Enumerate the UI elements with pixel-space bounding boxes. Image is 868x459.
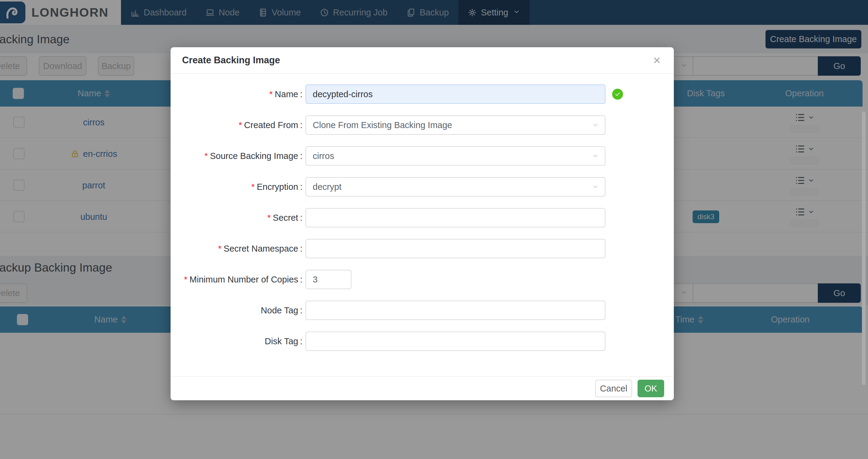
close-icon[interactable]: ✕	[648, 47, 666, 74]
form-row-name: *Name:	[170, 79, 674, 110]
form-row-minimum-number-of-copies: *Minimum Number of Copies:	[170, 264, 674, 295]
field-control	[306, 208, 606, 227]
field-label: *Secret:	[170, 213, 303, 223]
source-backing-image-select[interactable]: cirros	[306, 146, 606, 166]
field-control	[306, 84, 606, 104]
field-label: Node Tag:	[170, 306, 303, 315]
required-mark: *	[239, 120, 242, 130]
form-row-created-from: *Created From:Clone From Existing Backin…	[170, 110, 674, 141]
node-tag-input[interactable]	[306, 300, 606, 320]
chevron-down-icon	[592, 152, 599, 159]
field-label: *Minimum Number of Copies:	[170, 275, 303, 285]
disk-tag-input[interactable]	[306, 332, 606, 351]
required-mark: *	[184, 275, 187, 284]
form-row-node-tag: Node Tag:	[170, 295, 674, 326]
modal-header: Create Backing Image ✕	[170, 47, 674, 74]
field-control: cirros	[306, 146, 606, 166]
field-control: Clone From Existing Backing Image	[306, 115, 606, 135]
required-mark: *	[251, 182, 255, 192]
field-control	[306, 239, 606, 258]
name-input[interactable]	[306, 84, 606, 104]
required-mark: *	[269, 89, 273, 99]
encryption-select[interactable]: decrypt	[306, 177, 606, 197]
valid-check-icon	[612, 89, 623, 99]
required-mark: *	[218, 244, 221, 253]
create-backing-image-modal: Create Backing Image ✕ *Name:*Created Fr…	[170, 47, 674, 400]
field-control	[306, 270, 606, 289]
minimum-number-of-copies-input[interactable]	[306, 270, 351, 289]
modal-footer: Cancel OK	[170, 376, 674, 400]
modal-body: *Name:*Created From:Clone From Existing …	[170, 74, 674, 357]
secret-namespace-input[interactable]	[306, 239, 606, 258]
screen: LONGHORN DashboardNodeVolumeRecurring Jo…	[0, 0, 868, 459]
secret-input[interactable]	[306, 208, 606, 227]
required-mark: *	[267, 213, 271, 223]
field-control	[306, 300, 606, 320]
field-control: decrypt	[306, 177, 606, 197]
chevron-down-icon	[592, 183, 599, 190]
required-mark: *	[205, 151, 208, 161]
ok-button[interactable]: OK	[638, 380, 664, 397]
field-label: *Encryption:	[170, 182, 303, 192]
field-label: *Source Backing Image:	[170, 151, 303, 161]
field-label: Disk Tag:	[170, 336, 303, 346]
chevron-down-icon	[592, 122, 599, 128]
scrollbar-thumb[interactable]	[862, 111, 866, 385]
created-from-select[interactable]: Clone From Existing Backing Image	[306, 115, 606, 135]
field-label: *Created From:	[170, 120, 303, 130]
form-row-secret: *Secret:	[170, 202, 674, 233]
field-label: *Secret Namespace:	[170, 244, 303, 254]
field-control	[306, 332, 606, 351]
form-row-disk-tag: Disk Tag:	[170, 326, 674, 357]
form-row-source-backing-image: *Source Backing Image:cirros	[170, 141, 674, 171]
form-row-secret-namespace: *Secret Namespace:	[170, 233, 674, 264]
cancel-button[interactable]: Cancel	[595, 380, 632, 397]
form-row-encryption: *Encryption:decrypt	[170, 171, 674, 202]
modal-title: Create Backing Image	[182, 55, 280, 66]
field-label: *Name:	[170, 89, 303, 99]
